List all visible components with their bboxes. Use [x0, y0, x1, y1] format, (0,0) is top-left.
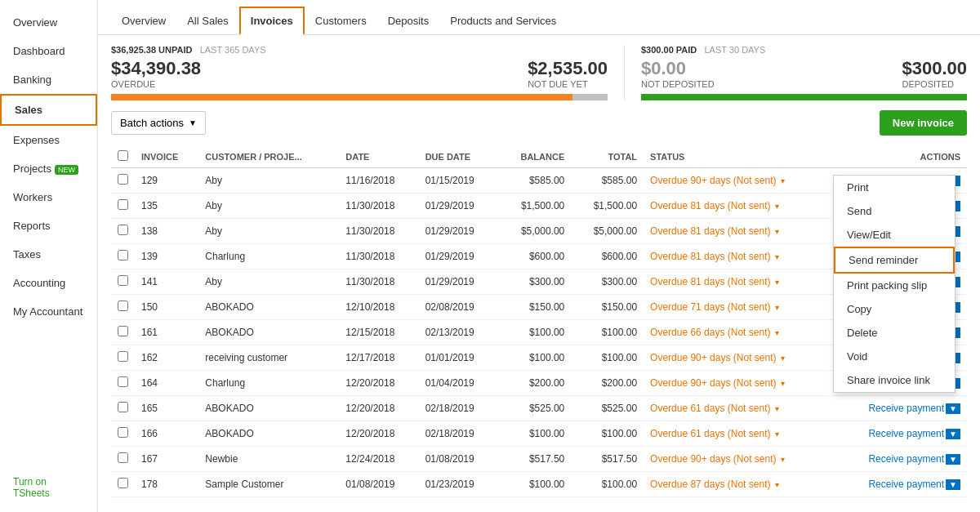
sidebar-item-reports[interactable]: Reports — [0, 211, 97, 240]
tab-overview[interactable]: Overview — [111, 7, 176, 34]
sidebar-item-workers[interactable]: Workers — [0, 183, 97, 211]
cell-balance: $100.00 — [498, 345, 571, 371]
cell-customer: Charlung — [198, 371, 339, 396]
cell-balance: $1,500.00 — [498, 194, 571, 219]
cell-due-date: 02/18/2019 — [419, 396, 498, 421]
tab-products[interactable]: Products and Services — [439, 7, 567, 34]
dropdown-item-share-invoice-link[interactable]: Share invoice link — [834, 368, 955, 392]
status-text[interactable]: Overdue 90+ days (Not sent) ▾ — [650, 453, 785, 465]
status-text[interactable]: Overdue 90+ days (Not sent) ▾ — [650, 352, 785, 363]
cell-balance: $525.00 — [498, 396, 571, 421]
row-checkbox-11[interactable] — [118, 452, 128, 463]
dropdown-item-delete[interactable]: Delete — [834, 321, 955, 345]
dropdown-item-send[interactable]: Send — [834, 199, 955, 223]
status-text[interactable]: Overdue 71 days (Not sent) ▾ — [650, 301, 779, 313]
tab-deposits[interactable]: Deposits — [377, 7, 440, 34]
cell-actions: Receive payment▼ — [832, 421, 967, 447]
actions-dropdown-menu: PrintSendView/EditSend reminderPrint pac… — [833, 175, 956, 393]
col-header-status: STATUS — [644, 145, 832, 168]
cell-customer: ABOKADO — [198, 396, 339, 421]
status-text[interactable]: Overdue 90+ days (Not sent) ▾ — [650, 377, 785, 389]
receive-payment-button-11[interactable]: Receive payment▼ — [868, 453, 960, 465]
cell-total: $300.00 — [571, 269, 644, 295]
row-checkbox-6[interactable] — [118, 326, 128, 336]
status-text[interactable]: Overdue 61 days (Not sent) ▾ — [650, 403, 779, 414]
sidebar-item-accounting[interactable]: Accounting — [0, 269, 97, 297]
sidebar-item-overview[interactable]: Overview — [0, 8, 97, 37]
dropdown-item-print[interactable]: Print — [834, 176, 955, 199]
col-header-invoice: INVOICE — [135, 145, 198, 168]
new-invoice-button[interactable]: New invoice — [880, 110, 967, 136]
sidebar-item-projects[interactable]: ProjectsNEW — [0, 154, 97, 183]
cell-total: $100.00 — [571, 472, 644, 497]
sidebar: OverviewDashboardBankingSalesExpensesPro… — [0, 0, 98, 512]
row-checkbox-8[interactable] — [118, 376, 128, 387]
status-text[interactable]: Overdue 81 days (Not sent) ▾ — [650, 251, 779, 262]
cell-status: Overdue 61 days (Not sent) ▾ — [644, 396, 832, 421]
action-dropdown-arrow-11[interactable]: ▼ — [946, 454, 960, 465]
cell-invoice: 162 — [135, 345, 198, 371]
status-text[interactable]: Overdue 87 days (Not sent) ▾ — [650, 479, 779, 490]
tab-customers[interactable]: Customers — [305, 7, 377, 34]
row-checkbox-1[interactable] — [118, 199, 128, 210]
stats-row: $36,925.38 UNPAID LAST 365 DAYS $34,390.… — [98, 35, 980, 100]
cell-status: Overdue 87 days (Not sent) ▾ — [644, 472, 832, 497]
sidebar-item-sales[interactable]: Sales — [0, 94, 97, 126]
row-checkbox-12[interactable] — [118, 478, 128, 488]
cell-total: $517.50 — [571, 447, 644, 472]
tab-all-sales[interactable]: All Sales — [176, 7, 239, 34]
receive-payment-button-12[interactable]: Receive payment▼ — [868, 479, 960, 490]
col-header-customer: CUSTOMER / PROJE... — [198, 145, 339, 168]
batch-actions-button[interactable]: Batch actions ▼ — [111, 111, 206, 135]
paid-stats: $300.00 PAID LAST 30 DAYS $0.00 NOT DEPO… — [624, 45, 967, 100]
cell-date: 12/15/2018 — [339, 320, 418, 345]
unpaid-progress-bar — [111, 94, 608, 100]
cell-total: $525.00 — [571, 396, 644, 421]
cell-status: Overdue 90+ days (Not sent) ▾ — [644, 447, 832, 472]
row-checkbox-7[interactable] — [118, 351, 128, 362]
select-all-checkbox[interactable] — [118, 150, 128, 161]
cell-invoice: 164 — [135, 371, 198, 396]
cell-invoice: 150 — [135, 295, 198, 320]
tab-invoices[interactable]: Invoices — [239, 7, 305, 35]
row-checkbox-9[interactable] — [118, 402, 128, 412]
row-checkbox-4[interactable] — [118, 275, 128, 286]
sidebar-item-banking[interactable]: Banking — [0, 65, 97, 94]
cell-balance: $100.00 — [498, 421, 571, 447]
row-checkbox-0[interactable] — [118, 174, 128, 185]
receive-payment-button-9[interactable]: Receive payment▼ — [868, 403, 960, 414]
status-text[interactable]: Overdue 61 days (Not sent) ▾ — [650, 428, 779, 439]
cell-balance: $100.00 — [498, 320, 571, 345]
sidebar-item-expenses[interactable]: Expenses — [0, 126, 97, 154]
row-checkbox-5[interactable] — [118, 301, 128, 311]
dropdown-item-print-packing-slip[interactable]: Print packing slip — [834, 274, 955, 297]
cell-actions: Receive payment▼ — [832, 447, 967, 472]
action-dropdown-arrow-10[interactable]: ▼ — [946, 429, 960, 439]
dropdown-item-send-reminder[interactable]: Send reminder — [834, 247, 955, 274]
sidebar-item-my-accountant[interactable]: My Accountant — [0, 297, 97, 326]
row-checkbox-3[interactable] — [118, 250, 128, 260]
table-row: 167 Newbie 12/24/2018 01/08/2019 $517.50… — [111, 447, 967, 472]
cell-date: 12/24/2018 — [339, 447, 418, 472]
row-checkbox-2[interactable] — [118, 225, 128, 235]
cell-total: $600.00 — [571, 244, 644, 269]
turn-on-tsheets-link[interactable]: Turn on TSheets — [0, 468, 97, 512]
action-dropdown-arrow-12[interactable]: ▼ — [946, 479, 960, 490]
status-text[interactable]: Overdue 81 days (Not sent) ▾ — [650, 200, 779, 211]
dropdown-item-copy[interactable]: Copy — [834, 297, 955, 321]
unpaid-stats: $36,925.38 UNPAID LAST 365 DAYS $34,390.… — [111, 45, 624, 100]
action-dropdown-arrow-9[interactable]: ▼ — [946, 403, 960, 414]
unpaid-label: $36,925.38 UNPAID LAST 365 DAYS — [111, 45, 608, 55]
status-text[interactable]: Overdue 81 days (Not sent) ▾ — [650, 225, 779, 237]
cell-due-date: 01/29/2019 — [419, 219, 498, 244]
cell-actions: Receive payment▼ — [832, 472, 967, 497]
row-checkbox-10[interactable] — [118, 427, 128, 438]
dropdown-item-view-edit[interactable]: View/Edit — [834, 223, 955, 247]
status-text[interactable]: Overdue 66 days (Not sent) ▾ — [650, 327, 779, 338]
sidebar-item-taxes[interactable]: Taxes — [0, 240, 97, 269]
sidebar-item-dashboard[interactable]: Dashboard — [0, 37, 97, 65]
receive-payment-button-10[interactable]: Receive payment▼ — [868, 428, 960, 439]
dropdown-item-void[interactable]: Void — [834, 345, 955, 368]
status-text[interactable]: Overdue 90+ days (Not sent) ▾ — [650, 175, 785, 186]
status-text[interactable]: Overdue 81 days (Not sent) ▾ — [650, 276, 779, 287]
